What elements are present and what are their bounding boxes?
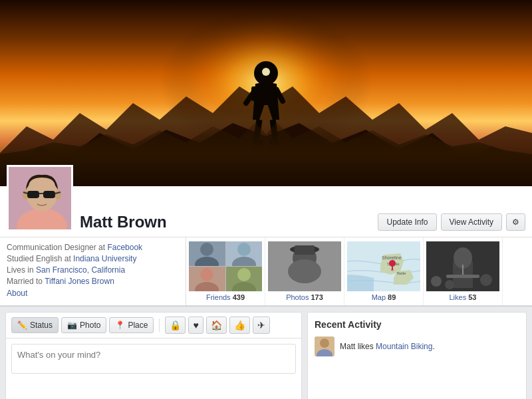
svg-text:Shoreline: Shoreline [382, 255, 402, 260]
profile-section: Matt Brown Update Info View Activity ⚙ C… [0, 186, 532, 307]
gear-button[interactable]: ⚙ [506, 213, 525, 231]
activity-section: Recent Activity Matt likes Mountain Biki… [307, 312, 527, 399]
svg-point-18 [200, 243, 213, 256]
photos-thumbnail-group[interactable]: Photos 173 [265, 237, 344, 305]
svg-rect-12 [27, 191, 39, 198]
main-content: ✏️ Status 📷 Photo 📍 Place 🔒 ♥ 🏠 👍 ✈ Rece… [0, 307, 532, 399]
info-panel: Communication Designer at Facebook Studi… [0, 237, 186, 305]
profile-bar: Matt Brown Update Info View Activity ⚙ [0, 186, 532, 237]
map-thumbnail-group[interactable]: Shoreline Seattle Belle Map 89 [344, 237, 424, 305]
svg-point-34 [288, 259, 321, 283]
post-input[interactable] [11, 344, 296, 374]
status-label: Status [30, 321, 53, 330]
view-activity-button[interactable]: View Activity [441, 213, 502, 231]
place-label: Place [128, 321, 148, 330]
likes-thumbnail [426, 241, 499, 291]
svg-point-27 [237, 268, 251, 281]
photo-button[interactable]: 📷 Photo [61, 317, 106, 333]
profile-avatar [7, 165, 73, 231]
place-button[interactable]: 📍 Place [109, 317, 154, 333]
status-button[interactable]: ✏️ Status [11, 317, 59, 333]
svg-rect-33 [295, 245, 315, 255]
activity-item: Matt likes Mountain Biking. [315, 336, 519, 356]
indiana-link[interactable]: Indiana University [73, 254, 136, 263]
activity-link[interactable]: Mountain Biking [376, 342, 432, 351]
post-input-area [6, 338, 301, 381]
lock-icon-button[interactable]: 🔒 [165, 317, 186, 334]
profile-name: Matt Brown [80, 213, 167, 231]
sf-link[interactable]: San Francisco, California [36, 265, 125, 275]
update-info-button[interactable]: Update Info [378, 213, 436, 231]
activity-text: Matt likes Mountain Biking. [340, 342, 435, 351]
thumbnails-panel: Friends 439 [186, 237, 532, 305]
friends-thumbnail-group[interactable]: Friends 439 [186, 237, 265, 305]
friends-label: Friends 439 [206, 293, 245, 301]
tiffani-link[interactable]: Tiffani Jones Brown [45, 277, 114, 286]
activity-prefix: Matt likes [340, 342, 374, 351]
likes-thumbnail-group[interactable]: Likes 53 [424, 237, 503, 305]
profile-name-area: Matt Brown Update Info View Activity ⚙ [73, 213, 532, 231]
post-toolbar: ✏️ Status 📷 Photo 📍 Place 🔒 ♥ 🏠 👍 ✈ [6, 313, 301, 338]
info-line-1: Communication Designer at Facebook [7, 243, 179, 252]
svg-point-50 [320, 338, 329, 348]
activity-avatar [315, 336, 334, 356]
photos-label: Photos 173 [286, 293, 323, 301]
info-line-4: Married to Tiffani Jones Brown [7, 277, 179, 286]
svg-rect-44 [446, 275, 479, 278]
toolbar-divider [159, 319, 160, 332]
photos-thumbnail [268, 241, 341, 291]
svg-point-46 [431, 276, 442, 287]
svg-point-24 [200, 268, 213, 281]
info-line-3: Lives in San Francisco, California [7, 265, 179, 275]
svg-point-5 [262, 68, 270, 76]
home-icon-button[interactable]: 🏠 [206, 317, 227, 334]
svg-point-21 [237, 243, 251, 256]
status-icon: ✏️ [17, 321, 27, 330]
map-thumbnail: Shoreline Seattle Belle [347, 241, 420, 291]
likes-label: Likes 53 [450, 293, 477, 301]
about-link[interactable]: About [7, 289, 179, 298]
profile-actions: Update Info View Activity ⚙ [378, 213, 525, 231]
post-section: ✏️ Status 📷 Photo 📍 Place 🔒 ♥ 🏠 👍 ✈ [5, 312, 302, 399]
info-line-2: Studied English at Indiana University [7, 254, 179, 263]
place-icon: 📍 [115, 321, 125, 330]
thumbsup-icon-button[interactable]: 👍 [229, 317, 250, 334]
map-label: Map 89 [372, 293, 396, 301]
svg-point-47 [445, 280, 454, 289]
activity-title: Recent Activity [315, 319, 519, 330]
heart-icon-button[interactable]: ♥ [188, 317, 203, 334]
photo-label: Photo [80, 321, 100, 330]
info-thumbnails-bar: Communication Designer at Facebook Studi… [0, 237, 532, 306]
photo-icon: 📷 [67, 321, 77, 330]
svg-point-40 [391, 269, 394, 271]
svg-rect-13 [43, 191, 55, 198]
friends-thumbnail [189, 241, 262, 291]
cover-photo [0, 0, 532, 186]
plane-icon-button[interactable]: ✈ [253, 317, 270, 334]
facebook-link[interactable]: Facebook [107, 243, 142, 252]
svg-point-48 [480, 274, 492, 286]
svg-text:Belle: Belle [397, 271, 406, 275]
